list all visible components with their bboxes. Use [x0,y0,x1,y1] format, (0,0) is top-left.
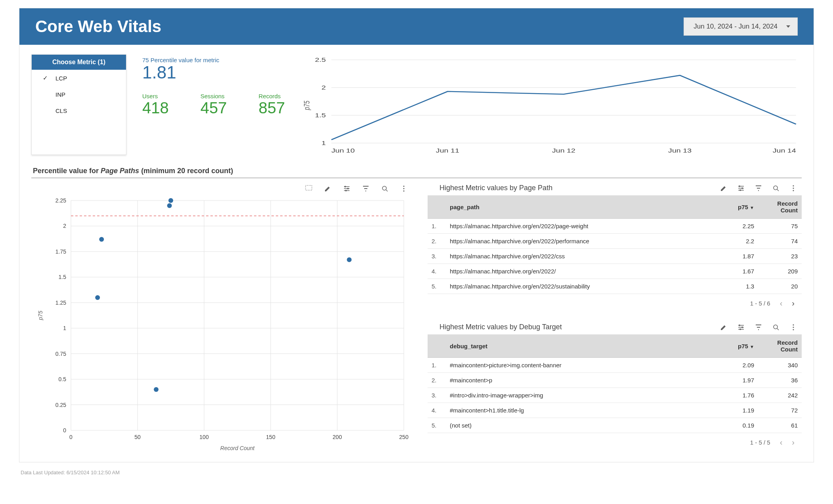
zoom-reset-icon[interactable] [381,185,389,193]
more-icon[interactable] [790,324,797,332]
svg-text:50: 50 [134,434,141,440]
kpi-label: Users [142,93,169,99]
date-range-picker[interactable]: Jun 10, 2024 - Jun 14, 2024 [684,17,798,36]
table-row[interactable]: 4.https://almanac.httparchive.org/en/202… [428,264,802,279]
table-row[interactable]: 3.#intro>div.intro-image-wrapper>img1.76… [428,388,802,403]
metric-option-lcp[interactable]: ✓LCP [32,70,126,86]
chevron-down-icon [786,25,790,28]
scatter-toolbar [31,182,412,197]
svg-point-71 [793,190,794,191]
more-icon[interactable] [400,185,408,193]
col-debug-target[interactable]: debug_target [446,334,715,358]
col-p75[interactable]: p75 ▼ [715,334,758,358]
svg-point-20 [403,185,404,187]
select-icon[interactable] [305,185,313,193]
svg-text:p75: p75 [37,311,44,321]
svg-text:2: 2 [322,85,326,91]
svg-text:Jun 11: Jun 11 [436,148,459,154]
table-title: Highest Metric values by Debug Target [428,321,562,334]
metric-option-inp[interactable]: INP [32,86,126,103]
svg-text:2: 2 [63,223,66,229]
svg-text:1.75: 1.75 [55,248,66,255]
filter-icon[interactable] [755,324,762,332]
table-pager: 1 - 5 / 6 ‹ › [428,294,802,309]
svg-point-22 [403,190,404,191]
table-pager: 1 - 5 / 5 ‹ › [428,433,802,448]
svg-point-21 [403,188,404,189]
report-container: Core Web Vitals Jun 10, 2024 - Jun 14, 2… [19,8,814,462]
filter-icon[interactable] [755,185,762,193]
kpi-p75: 75 Percentile value for metric 1.81 [142,57,285,82]
col-record-count[interactable]: Record Count [758,334,802,358]
kpi-value: 418 [142,99,169,116]
zoom-reset-icon[interactable] [772,185,780,193]
svg-point-77 [793,324,794,325]
kpi-value: 457 [201,99,227,116]
svg-point-67 [774,186,778,190]
svg-point-75 [774,325,778,329]
metric-option-label: LCP [55,75,67,82]
svg-text:250: 250 [399,434,409,440]
prev-page-button[interactable]: ‹ [780,438,783,447]
svg-point-72 [739,325,740,326]
kpi-label: Sessions [201,93,227,99]
col-record-count[interactable]: Record Count [758,195,802,219]
svg-text:1.5: 1.5 [59,274,67,280]
pager-range: 1 - 5 / 6 [750,300,770,307]
col-p75[interactable]: p75 ▼ [715,195,758,219]
table-title: Highest Metric values by Page Path [428,182,552,195]
svg-point-70 [793,187,794,189]
svg-text:200: 200 [332,434,342,440]
next-page-button[interactable]: › [792,438,795,447]
table-row[interactable]: 4.#maincontent>h1.title.title-lg1.1972 [428,403,802,418]
svg-text:0: 0 [63,427,66,433]
table-row[interactable]: 5.(not set)0.1961 [428,418,802,433]
metric-option-cls[interactable]: CLS [32,103,126,119]
table-debug-target: Highest Metric values by Debug Target [428,321,802,448]
table-toolbar [720,185,802,193]
svg-text:0.75: 0.75 [55,351,66,357]
svg-text:1: 1 [322,140,326,147]
date-range-label: Jun 10, 2024 - Jun 14, 2024 [694,23,778,30]
edit-icon[interactable] [324,185,332,193]
svg-rect-14 [306,185,312,190]
svg-text:Jun 13: Jun 13 [668,148,692,154]
svg-point-57 [167,203,172,208]
svg-point-60 [95,295,100,300]
more-icon[interactable] [790,185,797,193]
table-row[interactable]: 5.https://almanac.httparchive.org/en/202… [428,279,802,294]
svg-point-17 [345,190,347,191]
edit-icon[interactable] [720,185,727,193]
svg-point-79 [793,329,794,330]
svg-point-59 [347,258,352,262]
svg-text:Jun 12: Jun 12 [552,148,575,154]
col-page-path[interactable]: page_path [446,195,715,219]
svg-point-64 [739,185,740,187]
table-row[interactable]: 2.#maincontent>p1.9736 [428,373,802,388]
metric-selector: Choose Metric (1) ✓LCPINPCLS [31,54,126,155]
prev-page-button[interactable]: ‹ [780,299,783,308]
table-row[interactable]: 2.https://almanac.httparchive.org/en/202… [428,234,802,249]
table-row[interactable]: 3.https://almanac.httparchive.org/en/202… [428,249,802,264]
table-row[interactable]: 1.#maincontent>picture>img.content-banne… [428,358,802,373]
svg-point-61 [154,387,159,392]
svg-text:Jun 14: Jun 14 [773,148,796,154]
pager-range: 1 - 5 / 5 [750,439,770,446]
tune-icon[interactable] [737,324,745,332]
kpi-sessions: Sessions457 [201,93,227,116]
zoom-reset-icon[interactable] [772,324,780,332]
next-page-button[interactable]: › [792,299,795,308]
table-row[interactable]: 1.https://almanac.httparchive.org/en/202… [428,219,802,234]
kpi-label: Records [259,93,285,99]
filter-icon[interactable] [362,185,370,193]
svg-point-15 [344,186,346,187]
svg-point-16 [347,188,349,189]
divider [31,178,802,178]
tune-icon[interactable] [737,185,745,193]
svg-text:150: 150 [266,434,275,440]
svg-point-65 [741,187,743,189]
tune-icon[interactable] [343,185,351,193]
metric-option-label: CLS [55,107,67,114]
svg-text:0.25: 0.25 [55,402,66,408]
edit-icon[interactable] [720,324,727,332]
